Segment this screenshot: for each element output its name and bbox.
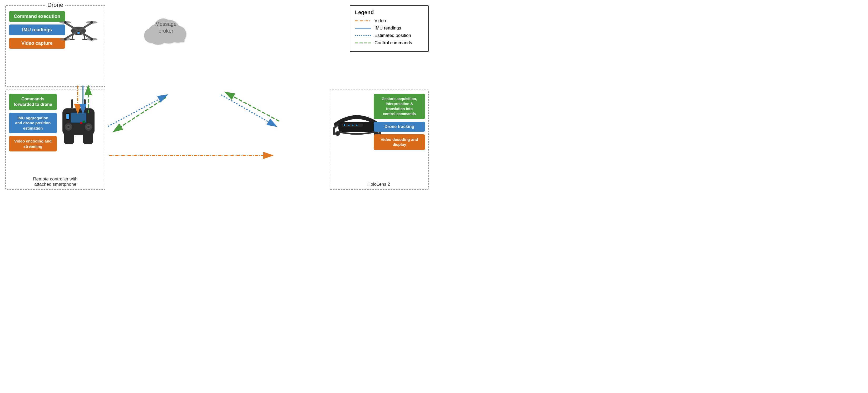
legend-item-imu: IMU readings (355, 26, 424, 31)
svg-point-44 (352, 125, 354, 126)
legend-estimated-label: Estimated position (374, 33, 411, 38)
remote-svg (57, 98, 99, 151)
svg-point-14 (77, 32, 80, 34)
badge-imu-aggregation: IMU aggregation and drone position estim… (9, 113, 57, 133)
legend-control-label: Control commands (374, 40, 412, 46)
badge-drone-tracking: Drone tracking (374, 122, 425, 132)
badge-video-encoding: Video encoding and streaming (9, 136, 57, 151)
svg-rect-34 (83, 132, 93, 144)
legend-title: Legend (355, 9, 424, 16)
cloud-label: Message broker (137, 21, 195, 34)
svg-point-31 (80, 122, 82, 124)
svg-point-40 (344, 124, 345, 126)
legend-box: Legend Video IMU readings Estimated posi… (350, 5, 429, 52)
hololens-section: Gesture acquisition, interpretation & tr… (329, 90, 429, 190)
badge-video-decoding: Video decoding and display (374, 134, 425, 150)
svg-rect-54 (148, 33, 184, 42)
badge-gesture-acquisition: Gesture acquisition, interpretation & tr… (374, 94, 425, 119)
remote-caption: Remote controller with attached smartpho… (6, 177, 105, 187)
arrow-estimated-remote-to-broker (108, 95, 167, 126)
svg-rect-36 (66, 114, 69, 119)
imu-line-icon (355, 27, 371, 30)
svg-rect-33 (64, 132, 74, 144)
remote-badges: Commands forwarded to drone IMU aggregat… (9, 94, 57, 151)
arrow-control-broker-to-remote (113, 97, 166, 132)
main-container: Drone Command execution IMU readings Vid… (0, 0, 434, 196)
svg-point-10 (90, 21, 93, 24)
svg-point-11 (64, 38, 67, 40)
arrow-control-hololens-to-broker (225, 92, 279, 121)
estimated-line-icon (355, 34, 371, 37)
drone-image (55, 8, 102, 51)
svg-point-12 (90, 38, 93, 40)
legend-item-estimated: Estimated position (355, 33, 424, 38)
svg-point-30 (87, 126, 90, 128)
legend-imu-label: IMU readings (374, 26, 401, 31)
svg-point-9 (64, 21, 67, 24)
drone-svg (57, 11, 99, 48)
legend-item-control: Control commands (355, 40, 424, 46)
svg-point-46 (356, 125, 358, 126)
hololens-badges: Gesture acquisition, interpretation & tr… (374, 94, 425, 150)
arrow-estimated-broker-to-hololens (221, 95, 277, 126)
svg-point-27 (67, 126, 69, 128)
legend-video-label: Video (374, 18, 386, 24)
svg-point-32 (83, 121, 85, 123)
drone-label: Drone (45, 2, 65, 8)
remote-image (55, 95, 102, 153)
hololens-caption: HoloLens 2 (329, 182, 428, 187)
drone-section: Drone Command execution IMU readings Vid… (5, 5, 105, 87)
legend-item-video: Video (355, 18, 424, 24)
cloud-area: Message broker (137, 13, 195, 51)
remote-section: Commands forwarded to drone IMU aggregat… (5, 90, 105, 190)
control-line-icon (355, 41, 371, 44)
badge-commands-forwarded: Commands forwarded to drone (9, 94, 57, 110)
svg-point-42 (348, 125, 350, 126)
video-line-icon (355, 20, 371, 22)
